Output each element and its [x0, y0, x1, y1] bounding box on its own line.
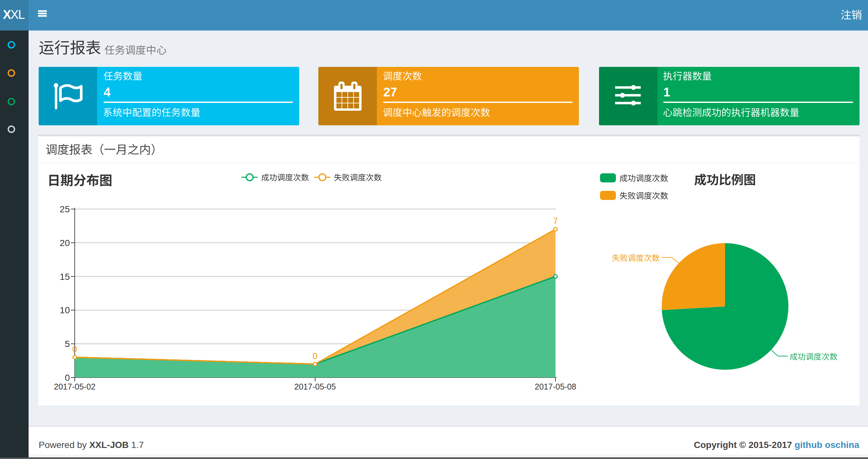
svg-text:25: 25 [60, 204, 70, 214]
svg-text:0: 0 [312, 351, 317, 361]
svg-text:2017-05-02: 2017-05-02 [54, 382, 95, 391]
svg-text:1: 1 [663, 86, 670, 99]
svg-text:20: 20 [60, 238, 70, 248]
svg-text:27: 27 [383, 86, 397, 99]
svg-text:XXL: XXL [3, 8, 25, 22]
svg-text:2017-05-05: 2017-05-05 [294, 382, 336, 391]
svg-text:10: 10 [60, 305, 70, 315]
svg-text:4: 4 [104, 86, 111, 99]
svg-text:0: 0 [65, 373, 70, 383]
svg-text:0: 0 [72, 345, 77, 354]
svg-text:15: 15 [60, 272, 70, 282]
svg-text:7: 7 [553, 216, 558, 226]
svg-text:2017-05-08: 2017-05-08 [535, 382, 576, 391]
svg-text:Copyright © 2015-2017 github: Copyright © 2015-2017 github oschina [694, 440, 860, 450]
svg-text:5: 5 [65, 339, 70, 349]
svg-text:Powered by XXL-JOB 1.7: Powered by XXL-JOB 1.7 [39, 440, 144, 450]
